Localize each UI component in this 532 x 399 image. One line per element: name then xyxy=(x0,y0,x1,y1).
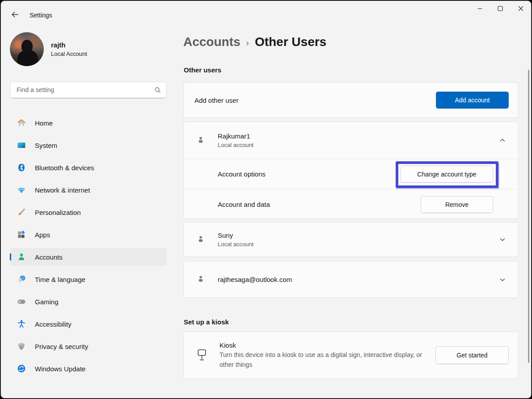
chevron-down-icon[interactable] xyxy=(498,235,507,244)
breadcrumb-separator-icon: › xyxy=(246,36,249,48)
accessibility-icon xyxy=(17,319,26,328)
search-icon xyxy=(154,87,161,95)
kiosk-description: Turn this device into a kiosk to use as … xyxy=(220,350,433,370)
time-language-icon xyxy=(17,275,26,284)
profile-card: rajth Local Account xyxy=(10,32,87,66)
chevron-up-icon[interactable] xyxy=(498,135,507,145)
maximize-icon xyxy=(498,6,503,11)
sidebar-item-system[interactable]: System xyxy=(10,136,167,154)
account-subtitle: Local account xyxy=(218,240,253,248)
account-name: rajthesaga@outlook.com xyxy=(218,275,292,284)
profile-account-type: Local Account xyxy=(51,50,87,58)
sidebar-item-accessibility[interactable]: Accessibility xyxy=(10,315,167,333)
close-icon xyxy=(518,6,524,11)
account-card-suny: Suny Local account xyxy=(183,222,519,257)
account-card-outlook: rajthesaga@outlook.com xyxy=(183,261,519,298)
sidebar-item-label: Bluetooth & devices xyxy=(35,164,94,172)
sidebar-nav: Home System Bluetooth & devices Network … xyxy=(10,114,167,382)
privacy-security-icon xyxy=(17,342,26,351)
scrollbar-thumb[interactable] xyxy=(528,70,529,363)
breadcrumb-parent[interactable]: Accounts xyxy=(183,35,241,49)
account-expander-suny[interactable]: Suny Local account xyxy=(184,223,518,256)
titlebar: Settings xyxy=(1,1,531,23)
sidebar-item-label: Home xyxy=(35,119,53,127)
account-options-row: Account options Change account type xyxy=(184,159,518,189)
change-account-type-button[interactable]: Change account type xyxy=(401,166,493,183)
close-button[interactable] xyxy=(511,1,531,16)
person-icon xyxy=(197,136,205,145)
account-expander-outlook[interactable]: rajthesaga@outlook.com xyxy=(184,261,518,298)
breadcrumb: Accounts › Other Users xyxy=(183,35,326,49)
avatar xyxy=(10,32,44,66)
window-title: Settings xyxy=(30,12,52,19)
sidebar-item-network-internet[interactable]: Network & internet xyxy=(10,181,167,199)
search-box xyxy=(10,82,166,98)
minimize-button[interactable] xyxy=(469,1,490,16)
window-controls xyxy=(469,1,531,16)
account-name: Rajkumar1 xyxy=(218,131,253,141)
kiosk-card: Kiosk Turn this device into a kiosk to u… xyxy=(183,332,519,379)
sidebar-item-label: System xyxy=(35,142,57,149)
sidebar-item-label: Time & language xyxy=(35,276,85,283)
settings-window: Settings rajth Local Account xyxy=(0,0,532,399)
person-icon xyxy=(197,275,205,284)
add-account-button[interactable]: Add account xyxy=(436,92,509,109)
sidebar-item-label: Accessibility xyxy=(35,320,72,328)
account-subtitle: Local account xyxy=(218,141,253,149)
sidebar-item-bluetooth-devices[interactable]: Bluetooth & devices xyxy=(10,159,167,176)
profile-name: rajth xyxy=(51,41,87,50)
add-other-user-card: Add other user Add account xyxy=(183,82,519,118)
sidebar-item-label: Windows Update xyxy=(35,365,85,373)
accounts-icon xyxy=(17,252,26,261)
remove-button[interactable]: Remove xyxy=(421,196,493,213)
sidebar-item-time-language[interactable]: Time & language xyxy=(10,270,167,288)
page-title: Other Users xyxy=(255,35,326,49)
sidebar-item-personalization[interactable]: Personalization xyxy=(10,203,167,221)
section-header-other-users: Other users xyxy=(184,66,221,74)
home-icon xyxy=(17,118,26,127)
sidebar-item-label: Privacy & security xyxy=(35,343,88,350)
account-and-data-label: Account and data xyxy=(218,201,421,208)
sidebar-item-label: Accounts xyxy=(35,253,63,261)
personalization-icon xyxy=(17,208,26,217)
account-expander-rajkumar1[interactable]: Rajkumar1 Local account xyxy=(184,122,518,159)
system-icon xyxy=(17,141,26,150)
search-input[interactable] xyxy=(11,82,166,98)
kiosk-icon xyxy=(197,349,207,361)
sidebar-item-apps[interactable]: Apps xyxy=(10,226,167,244)
sidebar: rajth Local Account Home System xyxy=(1,23,175,398)
sidebar-item-gaming[interactable]: Gaming xyxy=(10,293,167,311)
network-icon xyxy=(17,185,26,194)
account-and-data-row: Account and data Remove xyxy=(184,189,518,219)
windows-update-icon xyxy=(17,364,26,373)
sidebar-item-accounts[interactable]: Accounts xyxy=(10,248,167,266)
sidebar-item-home[interactable]: Home xyxy=(10,114,167,132)
sidebar-item-label: Gaming xyxy=(35,298,59,306)
account-card-rajkumar1: Rajkumar1 Local account Account options … xyxy=(183,122,519,219)
main-content: Accounts › Other Users Other users Add o… xyxy=(183,23,519,398)
gaming-icon xyxy=(17,297,26,306)
apps-icon xyxy=(17,230,26,239)
bluetooth-icon xyxy=(17,163,26,172)
back-button[interactable] xyxy=(7,8,23,22)
kiosk-title: Kiosk xyxy=(220,341,433,349)
account-options-label: Account options xyxy=(218,170,401,178)
sidebar-item-label: Network & internet xyxy=(35,186,90,194)
sidebar-item-label: Apps xyxy=(35,231,50,239)
person-icon xyxy=(197,235,205,244)
sidebar-item-label: Personalization xyxy=(35,209,81,216)
minimize-icon xyxy=(477,6,482,11)
section-header-kiosk: Set up a kiosk xyxy=(184,318,229,326)
sidebar-item-windows-update[interactable]: Windows Update xyxy=(10,360,167,378)
add-other-user-label: Add other user xyxy=(194,97,436,104)
get-started-button[interactable]: Get started xyxy=(435,346,509,364)
chevron-down-icon[interactable] xyxy=(498,275,507,285)
sidebar-item-privacy-security[interactable]: Privacy & security xyxy=(10,337,167,355)
maximize-button[interactable] xyxy=(490,1,511,16)
account-name: Suny xyxy=(218,231,253,240)
back-arrow-icon xyxy=(11,11,19,20)
